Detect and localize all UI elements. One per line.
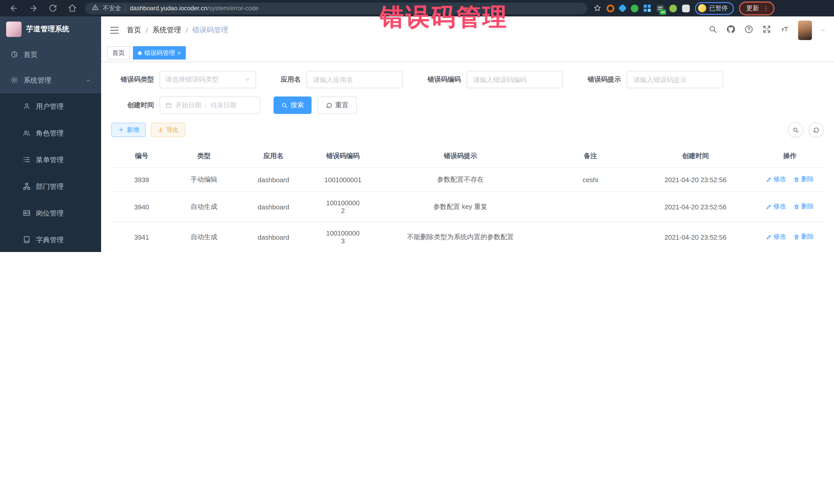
fullscreen-icon[interactable] — [762, 25, 771, 36]
cell-type: 手动编辑 — [172, 168, 236, 192]
column-header: 错误码提示 — [375, 145, 546, 168]
paused-extension-pill[interactable]: 已暂停 — [695, 2, 734, 15]
date-range-picker[interactable]: 开始日期 - 结束日期 — [160, 96, 260, 114]
table-tools — [788, 122, 824, 137]
table-header-row: 编号类型应用名错误码编码错误码提示备注创建时间操作 — [111, 145, 824, 168]
delete-link[interactable]: 删除 — [793, 175, 814, 184]
github-icon[interactable] — [726, 25, 736, 36]
app-name-label: 应用名 — [281, 75, 301, 84]
tag-tab[interactable]: 错误码管理× — [133, 46, 186, 60]
filter-row-2: 创建时间 开始日期 - 结束日期 搜索 重置 — [111, 96, 824, 114]
sidebar-item[interactable]: 部门管理 — [0, 174, 101, 200]
error-hint-input-wrap — [627, 71, 723, 88]
menu-list-icon — [23, 155, 31, 165]
edit-link[interactable]: 修改 — [766, 233, 786, 241]
not-secure-label: 不安全 — [103, 4, 121, 13]
logo-avatar — [6, 22, 22, 37]
start-date-placeholder: 开始日期 — [176, 101, 201, 110]
search-button-icon — [281, 102, 288, 109]
sidebar-logo-row[interactable]: 芋道管理系统 — [0, 17, 101, 42]
bookmark-star-icon[interactable] — [593, 4, 601, 12]
table-row: 3940自动生成dashboard100100000 2参数配置 key 重复2… — [111, 192, 824, 222]
delete-link[interactable]: 删除 — [793, 233, 814, 241]
paused-label: 已暂停 — [709, 4, 728, 13]
sidebar-menu: 首页 系统管理 用户管理 角色管理 菜单管理 部门管理 岗位管理 字典管理 通知… — [0, 42, 101, 252]
address-bar[interactable]: 不安全 dashboard.yudao.iocoder.cn/system/er… — [85, 2, 587, 14]
back-icon[interactable] — [9, 4, 19, 13]
cell-id: 3941 — [111, 222, 172, 252]
extension-ring-icon[interactable] — [607, 4, 614, 12]
hamburger-icon[interactable] — [109, 25, 119, 36]
breadcrumb-item[interactable]: 系统管理 — [152, 26, 181, 35]
filter-error-type: 错误码类型 请选择错误码类型 — [111, 71, 256, 88]
page-url: dashboard.yudao.iocoder.cn/system/error-… — [130, 5, 259, 12]
sidebar-item[interactable]: 字典管理 — [0, 227, 101, 252]
search-button[interactable]: 搜索 — [273, 96, 311, 114]
user-avatar[interactable] — [798, 21, 812, 40]
cell-remark — [546, 192, 635, 222]
cell-type: 自动生成 — [172, 222, 236, 252]
delete-link[interactable]: 删除 — [793, 202, 814, 211]
extension-key-icon[interactable] — [669, 4, 677, 12]
export-button-label: 导出 — [166, 126, 179, 134]
sidebar-item[interactable]: 岗位管理 — [0, 200, 101, 227]
sidebar-item[interactable]: 角色管理 — [0, 120, 101, 147]
breadcrumb-separator: / — [186, 26, 188, 35]
cell-actions: 修改删除 — [756, 192, 824, 222]
edit-link[interactable]: 修改 — [766, 202, 786, 211]
cell-actions: 修改删除 — [756, 222, 824, 252]
reset-button[interactable]: 重置 — [318, 96, 357, 114]
browser-update-button[interactable]: 更新 — [739, 1, 774, 15]
export-button[interactable]: 导出 — [151, 123, 185, 137]
filter-row-1: 错误码类型 请选择错误码类型 应用名 错误码编码 — [111, 71, 824, 88]
error-code-input[interactable] — [472, 75, 557, 84]
search-icon — [792, 127, 799, 133]
create-time-label: 创建时间 — [111, 101, 154, 110]
error-type-select[interactable]: 请选择错误码类型 — [160, 71, 256, 88]
not-secure-warning-icon — [92, 4, 98, 12]
sidebar-item[interactable]: 用户管理 — [0, 93, 101, 120]
column-header: 应用名 — [236, 145, 311, 168]
sidebar-item-label: 用户管理 — [36, 102, 64, 111]
reload-icon[interactable] — [48, 4, 58, 13]
sidebar-item[interactable]: 系统管理 — [0, 68, 101, 93]
tag-tab[interactable]: 首页 — [107, 46, 130, 60]
filter-error-code: 错误码编码 — [427, 71, 563, 88]
plus-icon — [118, 127, 124, 133]
add-button-label: 新增 — [127, 126, 139, 134]
app-name-input[interactable] — [312, 75, 397, 84]
close-tab-icon[interactable]: × — [178, 50, 181, 56]
extension-row: on — [607, 4, 690, 12]
extension-switch-icon[interactable]: on — [656, 4, 664, 12]
cell-id: 3939 — [111, 168, 172, 192]
refresh-table-button[interactable] — [808, 122, 824, 137]
edit-link[interactable]: 修改 — [766, 175, 786, 184]
extension-green-circle-icon[interactable] — [631, 4, 638, 12]
browser-menu-dots-icon — [763, 5, 769, 12]
column-header: 类型 — [172, 145, 236, 168]
forward-icon[interactable] — [29, 4, 38, 13]
emoji-face-icon — [698, 4, 706, 12]
breadcrumb-item[interactable]: 首页 — [127, 26, 141, 35]
url-path: /system/error-code — [207, 5, 259, 12]
browser-home-icon[interactable] — [68, 4, 77, 13]
add-button[interactable]: 新增 — [111, 123, 146, 137]
sidebar: 芋道管理系统 首页 系统管理 用户管理 角色管理 菜单管理 部门管理 岗位管理 … — [0, 17, 101, 252]
sidebar-item-label: 字典管理 — [36, 236, 64, 245]
extension-grid-icon[interactable] — [643, 4, 651, 12]
show-search-toggle-button[interactable] — [788, 122, 803, 137]
error-hint-input[interactable] — [632, 75, 718, 84]
user-icon — [23, 102, 31, 112]
avatar-caret-down-icon[interactable] — [821, 26, 826, 35]
tab-label: 首页 — [112, 48, 125, 57]
sidebar-item[interactable]: 首页 — [0, 42, 101, 68]
search-icon[interactable] — [708, 25, 718, 36]
cell-app: dashboard — [236, 192, 311, 222]
extension-puzzle-icon[interactable] — [682, 4, 690, 12]
sidebar-item[interactable]: 菜单管理 — [0, 147, 101, 174]
help-icon[interactable] — [744, 25, 753, 36]
font-size-icon[interactable] — [780, 25, 789, 36]
cell-code: 100100000 2 — [311, 192, 375, 222]
extension-gem-icon[interactable] — [618, 4, 627, 13]
app-name-input-wrap — [306, 71, 403, 88]
